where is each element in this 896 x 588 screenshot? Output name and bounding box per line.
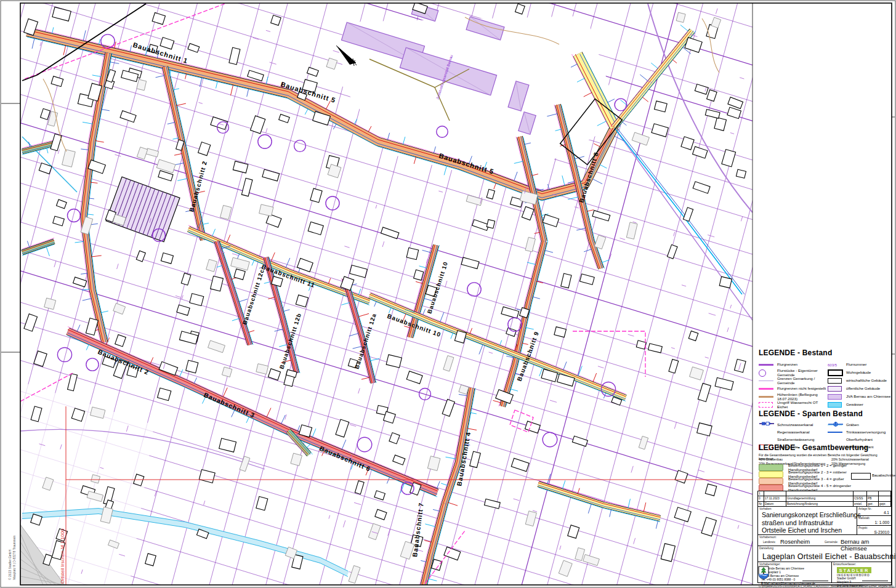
bernau-coat-of-arms	[758, 566, 769, 579]
revision-cell: 1	[758, 491, 764, 496]
blattschnitt-irschen-label: Ortsteil Irschen M 1:1000	[60, 528, 65, 584]
vorhaben-text: Sanierungskonzept Erschließungs-straßen …	[762, 511, 863, 534]
blue-line-swatch	[828, 432, 846, 433]
magenta-line-swatch	[759, 388, 777, 389]
legend-bewertung-title: LEGENDE - Gesamtbewertung	[759, 443, 868, 452]
revision-header-cell: Nr.	[758, 502, 764, 507]
legend-item-label: Umgriff Wasserrecht OT Eichet	[777, 401, 828, 409]
revision-cell: 17.11.2023	[764, 496, 786, 501]
verfasser-signature-line	[862, 581, 888, 581]
vorhaben-line: Sanierungskonzept Erschließungs-	[762, 511, 863, 519]
vorhabensort-section: Vorhabensort: Landkreis: Rosenheim Gemei…	[758, 535, 891, 546]
legend-item-label: Grenzen Gemarkung / Gemeinde	[777, 377, 828, 385]
bauabschnitt-label: Bauabschnitt 7	[411, 502, 425, 557]
copyright-line1: © 2023 Stadler GmbH	[8, 549, 12, 580]
legend-item-label: JVA Bernau am Chiemsee	[846, 395, 890, 399]
legend-item: Trinkwasserversorgung	[828, 429, 892, 436]
traeger-signature-line	[802, 581, 828, 581]
black-rect-thin-swatch	[828, 378, 846, 384]
copyright-line2: Maxplatz 9 | D-83278 Traunstein	[12, 536, 16, 580]
revision-header-cell: Datum	[764, 502, 786, 507]
massstab-value: 1: 1.000	[875, 520, 890, 525]
anlage-label: Anlage Nr.:	[858, 507, 872, 510]
legend-item: öffentliche Gebäude	[828, 385, 892, 393]
stadler-logo: STADLER	[837, 567, 871, 573]
legend-item-label: wirtschaftliche Gebäude	[846, 379, 887, 383]
rating-swatch	[759, 464, 783, 471]
rating-swatch	[759, 478, 783, 485]
bauabschnitte-swatch	[851, 473, 871, 480]
verfasser-label: Entwurfsverfasser:	[833, 563, 856, 566]
sheet-title: Lageplan Ortsteil Eichet - Bauabschnitte	[762, 552, 896, 561]
revision-header-cell: Bezeichnung/Änderung	[786, 502, 854, 507]
darstellung-section: Darstellung: Lageplan Ortsteil Eichet - …	[758, 546, 891, 562]
legend-item-label: Trinkwasserversorgung	[846, 430, 886, 435]
magenta-dash-rect-swatch	[759, 402, 777, 408]
plan-sheet: Bauabschnitt 1Bauabschnitt 5Bauabschnitt…	[0, 0, 896, 588]
vorhaben-line: Ortsteile Eichet und Irschen	[762, 526, 863, 534]
legend-item-label: Flurgrenzen	[777, 363, 797, 367]
title-block: 1017.11.2023GrundlagenermittlungCS/SSPBN…	[757, 491, 892, 583]
projekt-value: S-23010	[874, 530, 889, 534]
darstellung-label: Darstellung:	[759, 547, 774, 550]
black-rect-bold-swatch	[828, 369, 846, 376]
legend-item-label: öffentliche Gebäude	[846, 387, 880, 391]
legend-item: Wohngebäude	[828, 369, 892, 377]
bauabschnitte-label: Bauabschnitte	[872, 473, 895, 477]
legend-item: Regenwasserkanal	[759, 429, 828, 436]
traeger-address: Gemeinde Bernau am ChiemseeRathausplatz …	[761, 567, 815, 586]
revision-cell	[786, 491, 854, 496]
revision-cell: CS/SS	[854, 496, 867, 501]
revision-cell	[764, 491, 786, 496]
legend-item-label: Wohngebäude	[846, 371, 871, 375]
legend-item: JVA Bernau am Chiemsee	[828, 393, 892, 401]
purple-circle-swatch	[759, 369, 777, 377]
lavender-fill-rect-swatch	[828, 394, 846, 400]
legend-sparten-title: LEGENDE - Sparten Bestand	[759, 409, 863, 418]
projekt-label: Projekt:	[858, 526, 868, 530]
legend-item-label: Gräben	[846, 423, 859, 427]
legend-item-label: Schmutzwasserkanal	[777, 423, 813, 427]
legend-bestand-title: LEGENDE - Bestand	[759, 348, 832, 357]
revision-header-cell: erstel.	[854, 502, 867, 507]
vorhaben-label: Vorhaben:	[759, 507, 772, 510]
legend-item: 603/5Flurnummer	[828, 361, 892, 369]
legend-item: Grenzen Gemarkung / Gemeinde	[759, 377, 828, 385]
landkreis-label: Landkreis:	[763, 541, 776, 544]
revision-cell	[879, 496, 891, 501]
tan-line-swatch	[759, 396, 777, 398]
bauabschnitt-label: Bauabschnitt 3	[203, 391, 256, 419]
firms-section: Vorhabensträger: Gemeinde Bernau am Chie…	[758, 562, 891, 583]
cyan-fill-rect-swatch	[828, 402, 846, 408]
revision-cell: PB	[867, 496, 879, 501]
gemeinde-label: Gemeinde:	[825, 541, 838, 544]
legend-item-label: Straßenentwässerung	[777, 438, 815, 442]
flur-number-swatch: 603/5	[828, 363, 846, 367]
rating-swatch	[759, 471, 783, 478]
legend-item: Oberflurhydrant	[828, 436, 892, 443]
vorhaben-line: straßen und Infrastruktur	[762, 519, 863, 527]
legend-item-label: Flurgrenzen nicht festgestellt	[777, 387, 826, 391]
lavender-line-swatch	[759, 381, 777, 382]
file-path: G:\projekte\2023\S-23010\00PLA-1_PLAN2_C…	[759, 585, 894, 588]
revision-cell: Grundlagenermittlung	[786, 496, 854, 501]
legend-item: Straßenentwässerung	[759, 436, 828, 443]
vorhaben-section: Vorhaben: Sanierungskonzept Erschließung…	[758, 507, 891, 535]
revision-cell	[879, 491, 891, 496]
legend-item: wirtschaftliche Gebäude	[828, 377, 892, 385]
landkreis-value: Rosenheim	[780, 538, 810, 545]
revision-header-cell: gez.	[867, 502, 879, 507]
violet-rect-swatch	[828, 386, 846, 392]
revision-cell	[854, 491, 867, 496]
legend-item-label: Regenwasserkanal	[777, 430, 810, 435]
revision-table: 1017.11.2023GrundlagenermittlungCS/SSPBN…	[758, 491, 891, 507]
purple-line-swatch	[759, 364, 777, 366]
legend-item-label: Gewässer	[846, 403, 863, 407]
revision-cell	[867, 491, 879, 496]
bauabschnitt-label: Bauabschnitt 12c	[241, 268, 265, 325]
anlage-value: 4.1	[884, 510, 889, 515]
revision-header-cell: gepr.	[879, 502, 891, 507]
vorhabensort-label: Vorhabensort:	[759, 536, 777, 539]
massstab-label: Maßstab:	[858, 517, 870, 520]
legend-item: Gewässer	[828, 401, 892, 409]
